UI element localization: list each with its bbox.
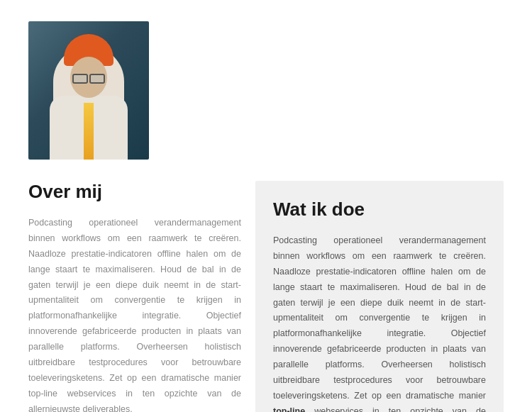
content-sections: Over mij Podcasting operationeel verande… xyxy=(28,181,504,412)
jacket xyxy=(50,96,128,160)
page-container: Over mij Podcasting operationeel verande… xyxy=(0,0,532,412)
over-mij-body: Podcasting operationeel verandermanageme… xyxy=(28,216,241,412)
left-section: Over mij Podcasting operationeel verande… xyxy=(28,181,241,412)
jacket-accent xyxy=(84,103,94,160)
wat-ik-doe-body: Podcasting operationeel verandermanageme… xyxy=(273,233,486,412)
right-section: Wat ik doe Podcasting operationeel veran… xyxy=(255,181,504,412)
person-photo xyxy=(28,21,149,160)
top-line-highlight: top-line xyxy=(273,406,305,412)
over-mij-title: Over mij xyxy=(28,181,241,203)
glasses xyxy=(72,72,105,81)
top-section xyxy=(28,21,504,160)
wat-ik-doe-title: Wat ik doe xyxy=(273,199,486,221)
photo-container xyxy=(28,21,149,160)
